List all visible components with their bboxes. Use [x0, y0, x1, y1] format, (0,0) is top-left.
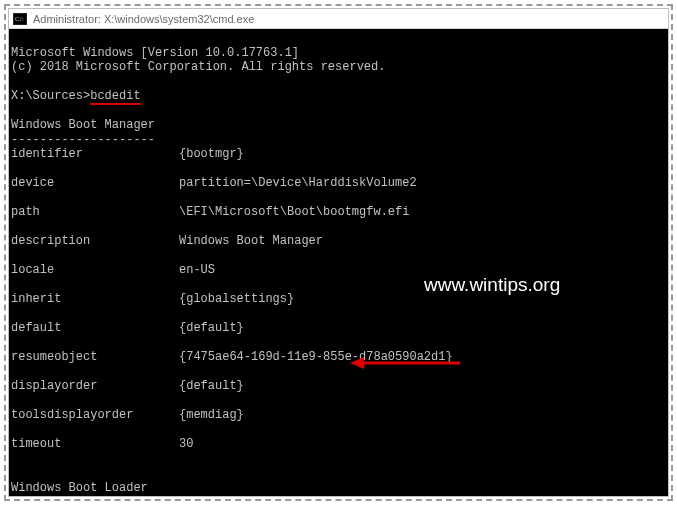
svg-text:C:\: C:\: [15, 15, 24, 23]
table-row: displayorder{default}: [11, 379, 668, 394]
table-row: identifier{bootmgr}: [11, 147, 668, 162]
header-line1: Microsoft Windows [Version 10.0.17763.1]: [11, 46, 299, 60]
section1-title: Windows Boot Manager: [11, 118, 155, 132]
table-row: timeout30: [11, 437, 668, 452]
table-row: toolsdisplayorder{memdiag}: [11, 408, 668, 423]
table-row: localeen-US: [11, 263, 668, 278]
header-line2: (c) 2018 Microsoft Corporation. All righ…: [11, 60, 385, 74]
section1-divider: --------------------: [11, 133, 155, 147]
table-row: default{default}: [11, 321, 668, 336]
table-row: inherit{globalsettings}: [11, 292, 668, 307]
command-bcdedit: bcdedit: [90, 89, 140, 105]
cmd-icon: C:\: [13, 13, 27, 25]
table-row: resumeobject{7475ae64-169d-11e9-855e-d78…: [11, 350, 668, 365]
titlebar[interactable]: C:\ Administrator: X:\windows\system32\c…: [9, 9, 668, 29]
prompt-line: X:\Sources>bcdedit: [11, 89, 141, 105]
window-title: Administrator: X:\windows\system32\cmd.e…: [33, 13, 254, 25]
cmd-window: C:\ Administrator: X:\windows\system32\c…: [8, 8, 669, 497]
table-row: path\EFI\Microsoft\Boot\bootmgfw.efi: [11, 205, 668, 220]
table-row: descriptionWindows Boot Manager: [11, 234, 668, 249]
section2-title: Windows Boot Loader: [11, 481, 148, 495]
table-row: devicepartition=\Device\HarddiskVolume2: [11, 176, 668, 191]
terminal-area[interactable]: Microsoft Windows [Version 10.0.17763.1]…: [9, 29, 668, 496]
section2-divider: -------------------: [11, 495, 148, 496]
